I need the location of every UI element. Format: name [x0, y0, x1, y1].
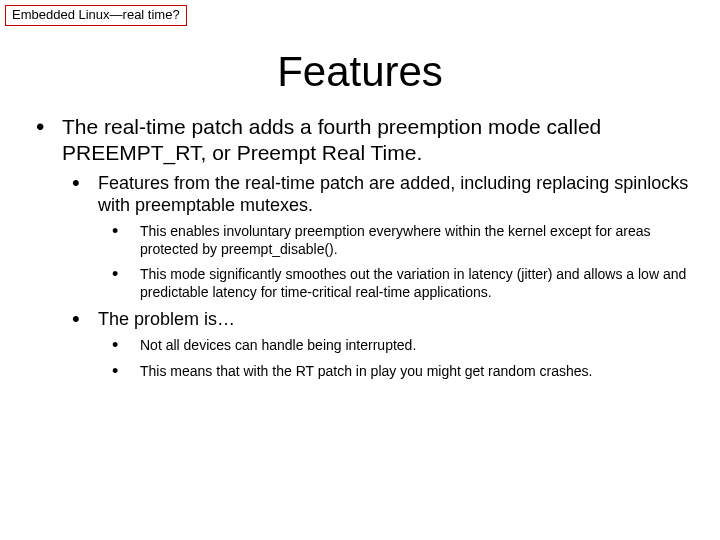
bullet-text: Features from the real-time patch are ad… — [98, 173, 688, 215]
bullet-text: This enables involuntary preemption ever… — [140, 223, 651, 257]
slide-tag: Embedded Linux—real time? — [5, 5, 187, 26]
bullet-l2: The problem is… Not all devices can hand… — [72, 309, 690, 380]
bullet-l2: Features from the real-time patch are ad… — [72, 173, 690, 301]
bullet-l3: This mode significantly smoothes out the… — [112, 266, 690, 301]
bullet-text: The real-time patch adds a fourth preemp… — [62, 115, 601, 164]
bullet-text: This means that with the RT patch in pla… — [140, 363, 592, 379]
bullet-l1: The real-time patch adds a fourth preemp… — [36, 114, 690, 380]
bullet-text: Not all devices can handle being interru… — [140, 337, 416, 353]
bullet-list: The real-time patch adds a fourth preemp… — [36, 114, 690, 380]
bullet-l3: This enables involuntary preemption ever… — [112, 223, 690, 258]
bullet-text: This mode significantly smoothes out the… — [140, 266, 686, 300]
slide: Embedded Linux—real time? Features The r… — [0, 0, 720, 540]
bullet-l3: This means that with the RT patch in pla… — [112, 363, 690, 381]
bullet-l3: Not all devices can handle being interru… — [112, 337, 690, 355]
bullet-text: The problem is… — [98, 309, 235, 329]
